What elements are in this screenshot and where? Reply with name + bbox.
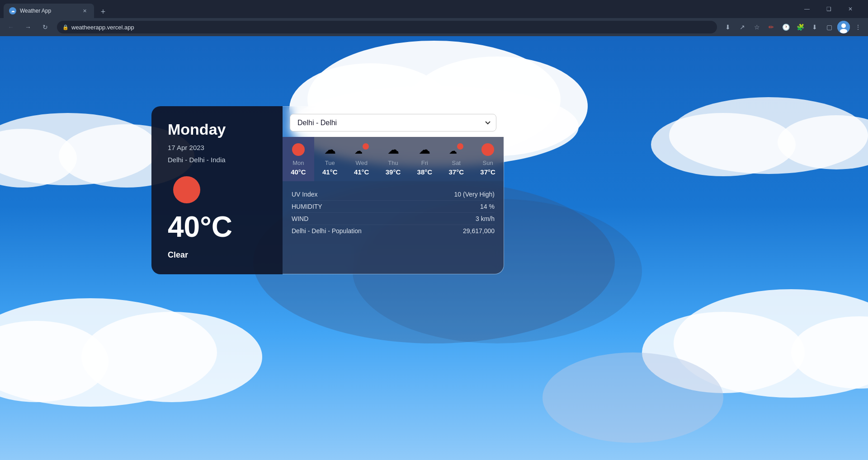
details-section: UV Index 10 (Very High) HUMIDITY 14 % WI… [283,181,504,274]
minimize-button[interactable]: — [797,0,817,18]
wind-label: WIND [292,215,308,222]
maximize-button[interactable]: ❑ [818,0,839,18]
forecast-dayname-wed: Wed [355,160,368,166]
svg-point-20 [542,352,723,443]
forecast-icon-tue: ☁ [323,142,337,157]
page-background: Monday 17 Apr 2023 Delhi - Delhi - India… [0,36,868,460]
back-button[interactable]: ← [4,20,18,34]
share-icon[interactable]: ↗ [736,21,749,33]
new-tab-button[interactable]: + [96,5,110,18]
svg-point-2 [840,29,847,33]
current-weather-card: Monday 17 Apr 2023 Delhi - Delhi - India… [151,106,283,274]
forecast-dayname-thu: Thu [388,160,398,166]
svg-point-12 [651,113,796,176]
forecast-day-fri[interactable]: ☁ Fri 38°C [409,137,440,181]
tab-favicon: ☁ [9,7,16,14]
forecast-temp-mon: 40°C [291,168,306,176]
humidity-value: 14 % [480,203,495,210]
window-controls: — ❑ ✕ [797,0,864,18]
wind-value: 3 km/h [476,215,495,222]
extensions-icon[interactable]: 🧩 [794,21,807,33]
forecast-icon-sat: ☁ [449,142,463,157]
temperature-display: 40°C [168,212,266,241]
forecast-icon-sun [481,142,495,157]
population-row: Delhi - Delhi - Population 29,617,000 [292,225,495,237]
forecast-temp-thu: 39°C [386,168,401,176]
address-bar[interactable]: 🔒 weatheerapp.vercel.app [57,21,717,33]
active-tab[interactable]: ☁ Weather App ✕ [4,4,94,18]
forecast-temp-sun: 37°C [480,168,495,176]
security-icon: 🔒 [62,24,69,30]
forecast-temp-fri: 38°C [417,168,433,176]
history-icon[interactable]: 🕐 [779,21,792,33]
wind-row: WIND 3 km/h [292,213,495,225]
weather-widget: Monday 17 Apr 2023 Delhi - Delhi - India… [151,106,504,274]
day-name: Monday [168,121,266,138]
forecast-day-sun[interactable]: Sun 37°C [472,137,504,181]
humidity-row: HUMIDITY 14 % [292,201,495,213]
forecast-dayname-tue: Tue [325,160,335,166]
humidity-label: HUMIDITY [292,203,322,210]
toolbar: ← → ↻ 🔒 weatheerapp.vercel.app ⬇ ↗ ☆ ✏ 🕐… [0,18,868,36]
bookmark-icon[interactable]: ☆ [750,21,763,33]
forecast-day-thu[interactable]: ☁ Thu 39°C [377,137,409,181]
forecast-icon-mon [291,142,306,157]
forecast-dayname-mon: Mon [292,160,304,166]
forecast-dayname-sun: Sun [483,160,493,166]
forecast-icon-wed: ☁ [354,142,369,157]
forecast-temp-tue: 41°C [322,168,338,176]
url-text: weatheerapp.vercel.app [71,24,712,31]
current-weather-icon [173,176,200,203]
uv-index-row: UV Index 10 (Very High) [292,188,495,201]
toolbar-icons: ⬇ ↗ ☆ ✏ 🕐 🧩 ⬇ ▢ ⋮ [722,21,864,33]
edit-icon[interactable]: ✏ [765,21,778,33]
forecast-day-tue[interactable]: ☁ Tue 41°C [314,137,346,181]
download-page-icon[interactable]: ⬇ [722,21,734,33]
profile-avatar[interactable] [837,21,850,33]
forecast-day-sat[interactable]: ☁ Sat 37°C [440,137,472,181]
svg-point-16 [81,312,262,402]
population-value: 29,617,000 [463,227,495,235]
uv-index-label: UV Index [292,191,318,198]
date-text: 17 Apr 2023 [168,144,266,151]
forecast-temp-wed: 41°C [354,168,369,176]
forecast-icon-fri: ☁ [417,142,432,157]
tab-title: Weather App [20,8,77,14]
menu-icon[interactable]: ⋮ [852,21,864,33]
forecast-temp-sat: 37°C [448,168,464,176]
forecast-dayname-fri: Fri [421,160,428,166]
tab-close-button[interactable]: ✕ [81,7,89,15]
location-select[interactable]: Delhi - Delhi Mumbai - Maharashtra Chenn… [290,114,496,131]
browser-chrome: ☁ Weather App ✕ + — ❑ ✕ ← → ↻ 🔒 weatheer… [0,0,868,36]
uv-index-value: 10 (Very High) [454,191,495,198]
svg-point-1 [841,23,846,28]
forecast-dayname-sat: Sat [452,160,461,166]
forecast-icon-thu: ☁ [386,142,401,157]
save-icon[interactable]: ⬇ [808,21,821,33]
split-view-icon[interactable]: ▢ [823,21,835,33]
close-button[interactable]: ✕ [840,0,861,18]
location-selector-container[interactable]: Delhi - Delhi Mumbai - Maharashtra Chenn… [290,114,496,131]
forecast-day-mon[interactable]: Mon 40°C [283,137,314,181]
condition-text: Clear [168,250,266,260]
population-label: Delhi - Delhi - Population [292,227,362,235]
refresh-button[interactable]: ↻ [38,20,52,34]
right-panel: Delhi - Delhi Mumbai - Maharashtra Chenn… [283,106,504,274]
tab-bar: ☁ Weather App ✕ + — ❑ ✕ [0,0,868,18]
forecast-row: Mon 40°C ☁ Tue 41°C ☁ [283,137,504,181]
current-location-text: Delhi - Delhi - India [168,156,266,164]
forward-button[interactable]: → [21,20,35,34]
forecast-day-wed[interactable]: ☁ Wed 41°C [346,137,377,181]
